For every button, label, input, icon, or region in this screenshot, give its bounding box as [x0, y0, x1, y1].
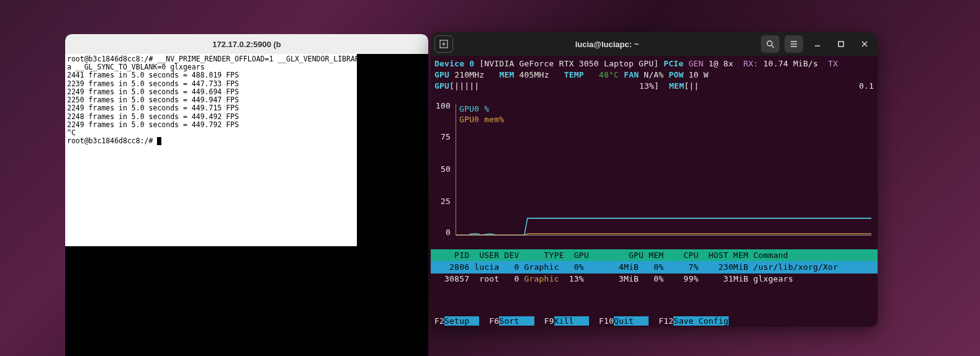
vnc-line: 2249 frames in 5.0 seconds = 449.715 FPS — [67, 104, 239, 112]
proc-pid: 30857 — [434, 274, 469, 283]
vnc-line: ^C — [67, 128, 76, 137]
vnc-line: root@b3c1846d8cc8:/# __NV_PRIME_RENDER_O… — [67, 55, 357, 63]
chart-plot — [456, 104, 871, 236]
maximize-icon — [837, 40, 845, 48]
proc-cmd: glxgears — [748, 274, 793, 283]
close-icon — [861, 40, 868, 48]
f6-key[interactable]: F6 — [489, 316, 499, 326]
vnc-line: 2248 frames in 5.0 seconds = 449.492 FPS — [67, 112, 239, 121]
fan-val: N/A% — [644, 70, 663, 79]
gpu-label: GPU — [434, 70, 449, 79]
gen-label: GEN — [688, 59, 703, 68]
gen-val: 1@ 8x — [709, 59, 734, 68]
terminal-body[interactable]: Device 0 [NVIDIA GeForce RTX 3050 Laptop… — [431, 56, 878, 327]
f10-key[interactable]: F10 — [599, 316, 614, 326]
f2-key[interactable]: F2 — [434, 316, 444, 326]
rx-label: RX: — [744, 59, 758, 68]
f12-label[interactable]: Save Config — [673, 316, 728, 326]
proc-type: Graphic — [519, 274, 559, 283]
minimize-icon — [814, 40, 821, 48]
terminal-titlebar[interactable]: lucia@luciapc: ~ — [431, 32, 878, 56]
process-row[interactable]: 30857 root 0 Graphic 13% 3MiB 0% 99% 31M… — [431, 273, 878, 285]
process-row-selected[interactable]: 2806 lucia 0 Graphic 0% 4MiB 0% 7% 230Mi… — [431, 261, 878, 274]
mem-clk: 405MHz — [519, 70, 549, 79]
process-table-header: PID USER DEV TYPE GPU GPU MEM CPU HOST M… — [431, 249, 878, 262]
terminal-window: lucia@luciapc: ~ Device 0 [NVIDIA GeForc… — [431, 32, 878, 327]
f6-label[interactable]: Sort — [499, 316, 534, 326]
gpu-pct: 13%] — [639, 81, 659, 92]
pow-label: POW — [668, 70, 683, 79]
gpu-pct-line — [456, 218, 871, 235]
temp-label: TEMP — [564, 70, 584, 79]
mem-label: MEM — [499, 70, 514, 79]
menu-button[interactable] — [784, 35, 803, 53]
y-tick: 50 — [441, 164, 451, 175]
new-tab-button[interactable] — [434, 35, 453, 53]
pow-val: 10 W — [689, 70, 709, 79]
proc-gpu: 13% — [559, 274, 584, 283]
legend-gpu-mem: GPU0 mem% — [459, 115, 504, 125]
close-button[interactable] — [855, 35, 874, 53]
chart-legend: GPU0 % GPU0 mem% — [459, 104, 504, 125]
vnc-line: a __GL_SYNC_TO_VBLANK=0 glxgears — [67, 63, 205, 71]
new-tab-icon — [439, 40, 448, 48]
f9-label[interactable]: Kill — [554, 316, 589, 326]
terminal-title: lucia@luciapc: ~ — [458, 40, 756, 49]
vnc-prompt: root@b3c1846d8cc8:/# — [67, 136, 157, 145]
nvtop-header-line1: Device 0 [NVIDIA GeForce RTX 3050 Laptop… — [434, 58, 874, 69]
gpu-mem-line — [456, 234, 871, 235]
proc-dev: 0 — [499, 274, 519, 283]
search-icon — [766, 40, 775, 48]
gpu-chart: 100 75 50 25 0 GPU0 % GPU0 mem% — [434, 104, 871, 242]
function-keys-bar: F2Setup F6Sort F9Kill F10Quit F12Save Co… — [431, 316, 878, 327]
vnc-line: 2249 frames in 5.0 seconds = 449.694 FPS — [67, 87, 239, 96]
y-tick: 0 — [446, 227, 451, 238]
maximize-button[interactable] — [832, 35, 850, 53]
f9-key[interactable]: F9 — [544, 316, 554, 326]
mem-pct: 0.1 — [859, 81, 874, 92]
f2-label[interactable]: Setup — [444, 316, 479, 326]
y-tick: 100 — [436, 100, 451, 112]
f10-label[interactable]: Quit — [614, 316, 649, 326]
y-tick: 25 — [441, 196, 451, 207]
proc-cpu: 99% — [663, 274, 698, 283]
vnc-terminal-content[interactable]: root@b3c1846d8cc8:/# __NV_PRIME_RENDER_O… — [65, 54, 357, 246]
temp-val: 48°C — [599, 70, 619, 79]
vnc-line: 2441 frames in 5.0 seconds = 488.019 FPS — [67, 71, 239, 79]
chart-svg — [456, 104, 871, 235]
minimize-button[interactable] — [808, 35, 827, 53]
svg-point-3 — [767, 41, 772, 46]
nvtop-header-line2: GPU 210MHz MEM 405MHz TEMP 48°C FAN N/A%… — [434, 69, 874, 81]
rx-val: 10.74 MiB/s — [763, 59, 818, 68]
chart-y-axis: 100 75 50 25 0 — [434, 104, 453, 242]
proc-gpupct: 0% — [639, 274, 663, 283]
device-name: [NVIDIA GeForce RTX 3050 Laptop GPU] — [479, 59, 659, 68]
vnc-line: 2239 frames in 5.0 seconds = 447.733 FPS — [67, 79, 239, 88]
legend-gpu-pct: GPU0 % — [459, 104, 504, 115]
menu-icon — [789, 40, 798, 48]
svg-rect-9 — [838, 42, 843, 47]
vnc-line: 2249 frames in 5.0 seconds = 449.792 FPS — [67, 120, 239, 129]
svg-line-4 — [771, 45, 774, 48]
cursor-icon — [157, 137, 161, 145]
vnc-line: 2250 frames in 5.0 seconds = 449.947 FPS — [67, 96, 239, 104]
vnc-title: 172.17.0.2:5900 (b — [212, 40, 281, 49]
gpu-bar: [||||| — [449, 81, 479, 92]
vnc-window: 172.17.0.2:5900 (b root@b3c1846d8cc8:/# … — [65, 34, 428, 356]
y-tick: 75 — [441, 131, 451, 143]
search-button[interactable] — [761, 35, 780, 53]
proc-user: root — [469, 274, 499, 283]
mem-bar-label: MEM — [669, 81, 684, 92]
gpu-clk: 210MHz — [454, 70, 484, 79]
fan-label: FAN — [624, 70, 639, 79]
pcie-label: PCIe — [663, 59, 683, 68]
nvtop-header-line3: GPU[||||| 13%] MEM[|| 0.1 — [434, 81, 874, 92]
proc-gpumem: 3MiB — [584, 274, 639, 283]
proc-hostmem: 31MiB — [698, 274, 748, 283]
mem-bar: [|| — [684, 81, 699, 92]
gpu-bar-label: GPU — [434, 81, 449, 92]
vnc-titlebar[interactable]: 172.17.0.2:5900 (b — [65, 34, 428, 54]
f12-key[interactable]: F12 — [659, 316, 673, 326]
device-label: Device 0 — [434, 59, 474, 68]
tx-label: TX — [828, 59, 838, 68]
